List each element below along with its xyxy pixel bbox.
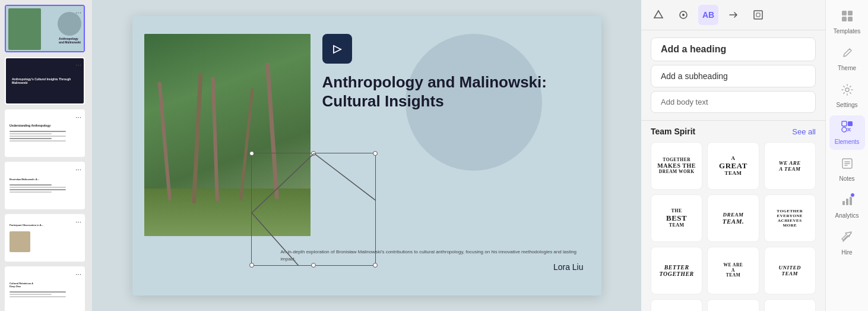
svg-point-1	[682, 14, 685, 16]
sticker-6-label: TogetherEveryoneAchievesMore	[774, 206, 805, 230]
toolbar-replace-icon[interactable]	[723, 5, 743, 25]
theme-icon	[841, 46, 854, 62]
sticker-item-12[interactable]: Let's Go!	[764, 299, 816, 311]
sticker-item-6[interactable]: TogetherEveryoneAchievesMore	[764, 194, 816, 242]
handle-bc[interactable]	[311, 263, 316, 268]
sticker-item-3[interactable]: We area Team	[764, 142, 816, 190]
add-body-text-button[interactable]: Add body text	[651, 91, 816, 113]
slide-canvas[interactable]: ▷ Anthropology and Malinowski: Cultural …	[132, 16, 601, 296]
svg-rect-18	[850, 197, 852, 205]
polygon-svg	[252, 153, 375, 265]
slide-thumb-1[interactable]: Anthropologyand Malinowski ···	[5, 5, 85, 52]
sticker-7-label: BetterTogether	[657, 262, 696, 280]
nav-elements[interactable]: Elements	[829, 115, 865, 150]
slide-thumb-5[interactable]: Participant Observation in A... ···	[5, 214, 85, 262]
slide-options-4[interactable]: ···	[75, 165, 81, 174]
slide-options-5[interactable]: ···	[75, 218, 81, 226]
right-panel: AB Add a heading Add a subheading Add bo…	[641, 0, 825, 311]
far-right-nav: Templates Theme Settings Element	[825, 0, 868, 311]
slide-options-3[interactable]: ···	[75, 113, 81, 121]
svg-rect-6	[842, 17, 847, 21]
svg-rect-17	[846, 199, 848, 205]
sticker-item-4[interactable]: TheBestTeam	[651, 194, 702, 242]
right-toolbar: AB	[641, 0, 825, 30]
sticker-item-9[interactable]: UnitedTeam	[764, 247, 816, 294]
sticker-item-8[interactable]: We AreaTeam	[707, 247, 759, 294]
sticker-5-label: DreamTeam.	[720, 209, 746, 228]
toolbar-text-icon[interactable]: AB	[698, 5, 718, 25]
slide-options-1[interactable]: ···	[75, 8, 81, 17]
nav-analytics[interactable]: Analytics	[829, 189, 865, 224]
nav-elements-label: Elements	[835, 139, 860, 145]
slide-options-6[interactable]: ···	[75, 270, 81, 278]
settings-icon	[841, 83, 854, 99]
nav-settings-label: Settings	[836, 102, 857, 108]
svg-rect-5	[848, 11, 853, 15]
sticker-8-label: We AreaTeam	[721, 260, 746, 281]
sticker-item-11[interactable]: Together	[707, 299, 759, 311]
sticker-grid: TogetherMakes theDream Work A GreatTeam …	[651, 142, 816, 311]
sticker-2-label: A GreatTeam	[717, 153, 750, 179]
toolbar-frame-icon[interactable]	[748, 5, 768, 25]
nav-theme[interactable]: Theme	[829, 42, 865, 76]
svg-rect-9	[842, 121, 847, 126]
svg-rect-10	[848, 121, 853, 126]
sticker-1-label: TogetherMakes theDream Work	[655, 155, 698, 177]
svg-rect-4	[842, 11, 847, 15]
slide-thumb-3[interactable]: Understanding Anthropology ···	[5, 109, 85, 157]
hire-icon	[841, 231, 854, 247]
nav-notes[interactable]: Notes	[829, 152, 865, 187]
slide-thumb-2[interactable]: Anthropology's Cultural Insights Through…	[5, 57, 85, 105]
sticker-item-10[interactable]: Together	[651, 299, 702, 311]
handle-tr[interactable]	[373, 151, 378, 156]
analytics-icon	[841, 194, 854, 210]
nav-templates-label: Templates	[834, 28, 861, 34]
slide-thumb-6[interactable]: Cultural Relativism &Deep Dive ···	[5, 266, 85, 311]
svg-rect-16	[842, 201, 845, 205]
templates-icon	[841, 10, 854, 26]
team-spirit-section: Team Spirit See all TogetherMakes theDre…	[641, 121, 825, 311]
slide-panel: Anthropologyand Malinowski ··· Anthropol…	[0, 0, 92, 311]
handle-tc[interactable]	[311, 151, 316, 156]
sticker-9-label: UnitedTeam	[777, 262, 804, 279]
svg-point-11	[842, 127, 847, 132]
sticker-item-7[interactable]: BetterTogether	[651, 247, 702, 294]
canvas-logo: ▷	[322, 34, 352, 64]
canvas-author: Lora Liu	[553, 262, 584, 272]
slide-options-2[interactable]: ···	[75, 61, 81, 69]
nav-theme-label: Theme	[838, 65, 856, 71]
add-heading-button[interactable]: Add a heading	[651, 37, 816, 61]
svg-rect-7	[848, 17, 853, 21]
sticker-item-1[interactable]: TogetherMakes theDream Work	[651, 142, 702, 190]
sticker-3-label: We area Team	[777, 158, 803, 175]
elements-icon	[841, 120, 854, 136]
add-subheading-button[interactable]: Add a subheading	[651, 65, 816, 87]
see-all-link[interactable]: See all	[792, 127, 816, 136]
nav-templates[interactable]: Templates	[829, 5, 865, 39]
team-spirit-header: Team Spirit See all	[651, 127, 816, 136]
text-buttons-section: Add a heading Add a subheading Add body …	[641, 30, 825, 121]
sticker-4-label: TheBestTeam	[664, 206, 689, 230]
slide-thumb-2-title: Anthropology's Cultural Insights Through…	[9, 75, 80, 87]
toolbar-elements-icon[interactable]	[673, 5, 693, 25]
nav-settings[interactable]: Settings	[829, 78, 865, 113]
toolbar-shapes-icon[interactable]	[648, 5, 669, 25]
canvas-area: ▷ Anthropology and Malinowski: Cultural …	[92, 0, 641, 311]
sticker-item-5[interactable]: DreamTeam.	[707, 194, 759, 242]
nav-analytics-label: Analytics	[835, 212, 859, 219]
team-spirit-title: Team Spirit	[651, 127, 695, 136]
handle-tl[interactable]	[249, 151, 254, 156]
svg-point-8	[845, 88, 849, 92]
svg-rect-3	[756, 13, 760, 17]
notes-icon	[841, 157, 854, 173]
handle-bl[interactable]	[249, 263, 254, 268]
svg-rect-2	[754, 11, 762, 19]
nav-notes-label: Notes	[839, 175, 854, 182]
slide-thumb-4[interactable]: Bronislaw Malinowski: A... ···	[5, 162, 85, 209]
sticker-item-2[interactable]: A GreatTeam	[707, 142, 759, 190]
nav-hire-label: Hire	[841, 249, 852, 256]
canvas-title: Anthropology and Malinowski: Cultural In…	[322, 73, 548, 111]
nav-hire[interactable]: Hire	[829, 226, 865, 260]
selection-overlay	[251, 153, 376, 266]
handle-br[interactable]	[373, 263, 378, 268]
